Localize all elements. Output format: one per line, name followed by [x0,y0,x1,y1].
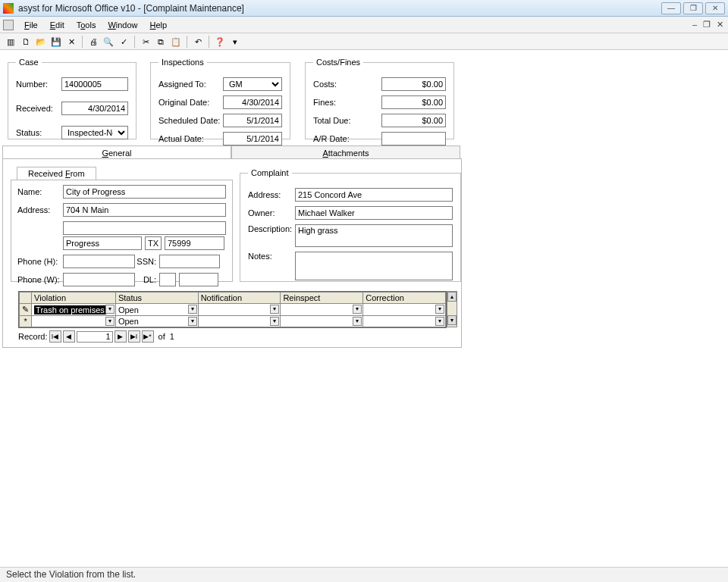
print-preview-icon[interactable]: 🔍 [102,36,115,48]
copy-icon[interactable]: ⧉ [155,36,167,48]
form-icon [3,20,14,30]
open-icon[interactable]: 📂 [35,36,47,48]
maximize-button[interactable]: ❐ [683,2,703,14]
minimize-button[interactable]: — [661,2,681,14]
help-pointer-icon[interactable]: ❓ [214,36,226,48]
new-icon[interactable]: 🗋 [20,36,32,48]
menu-window[interactable]: Window [102,19,143,31]
delete-icon[interactable]: ✕ [65,36,77,48]
menu-edit[interactable]: Edit [44,19,71,31]
dropdown-icon[interactable]: ▾ [229,36,241,48]
menu-bar: File Edit Tools Window Help – ❐ ✕ [0,17,728,33]
toolbar: ▥ 🗋 📂 💾 ✕ 🖨 🔍 ✓ ✂ ⧉ 📋 ↶ ❓ ▾ [0,33,728,50]
cut-icon[interactable]: ✂ [140,36,152,48]
window-title: asyst for Microsoft Office v10 - [Compla… [18,3,661,14]
close-button[interactable]: ✕ [705,2,725,14]
mdi-close-icon[interactable]: ✕ [717,20,723,30]
title-bar: asyst for Microsoft Office v10 - [Compla… [0,0,728,17]
menu-file[interactable]: File [18,19,44,31]
print-icon[interactable]: 🖨 [87,36,99,48]
spellcheck-icon[interactable]: ✓ [118,36,130,48]
paste-icon[interactable]: 📋 [170,36,182,48]
undo-icon[interactable]: ↶ [192,36,204,48]
mdi-restore-icon[interactable]: ❐ [703,20,711,30]
tool-grid-icon[interactable]: ▥ [5,36,17,48]
save-icon[interactable]: 💾 [50,36,62,48]
menu-help[interactable]: Help [144,19,174,31]
mdi-minimize-icon[interactable]: – [692,20,697,30]
menu-tools[interactable]: Tools [71,19,102,31]
app-icon [3,3,14,14]
